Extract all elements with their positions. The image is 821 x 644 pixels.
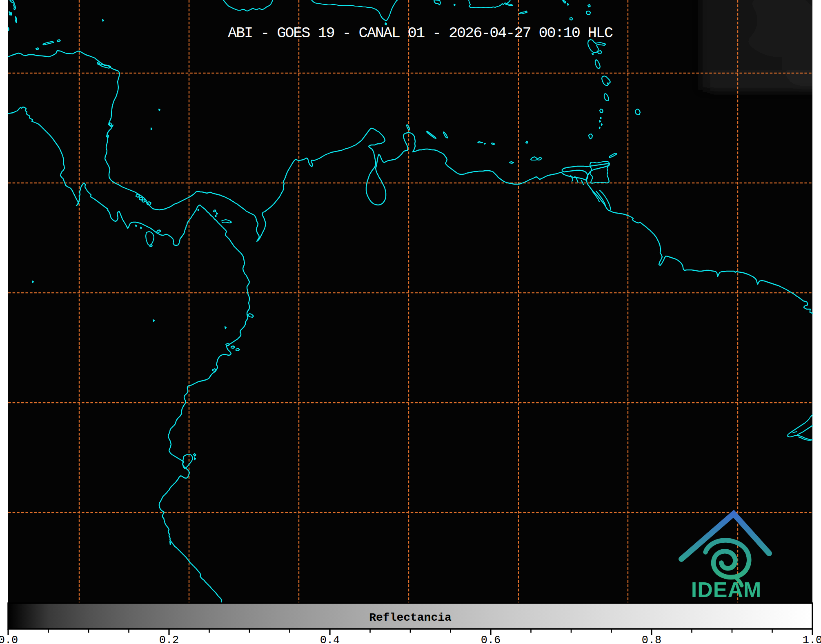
svg-text:0.0: 0.0 xyxy=(0,634,18,644)
svg-text:0.4: 0.4 xyxy=(320,634,340,644)
svg-text:ABI - GOES 19 - CANAL 01 - 202: ABI - GOES 19 - CANAL 01 - 2026-04-27 00… xyxy=(228,25,613,42)
svg-text:0.2: 0.2 xyxy=(159,634,179,644)
svg-text:0.6: 0.6 xyxy=(481,634,501,644)
svg-text:0.8: 0.8 xyxy=(642,634,662,644)
svg-text:1.0: 1.0 xyxy=(803,634,821,644)
svg-text:IDEAM: IDEAM xyxy=(691,578,762,602)
svg-text:Reflectancia: Reflectancia xyxy=(369,611,452,624)
